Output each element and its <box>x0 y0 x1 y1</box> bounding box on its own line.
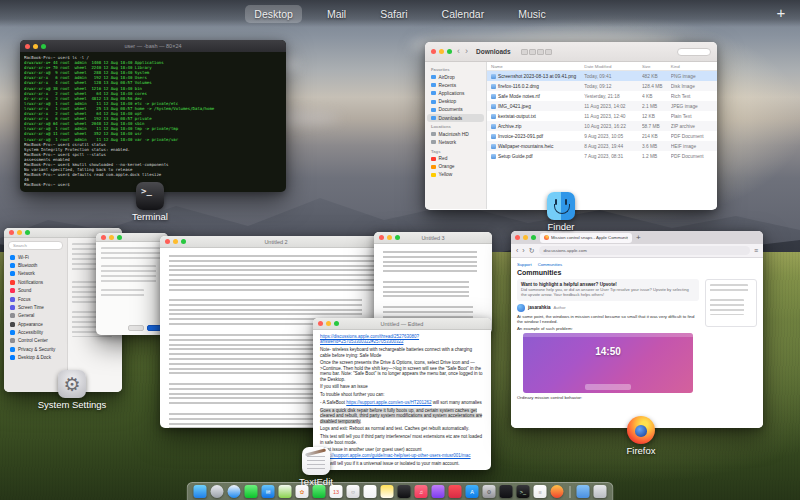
dock-photos-icon[interactable]: ✿ <box>296 485 309 498</box>
zoom-button[interactable] <box>447 49 452 54</box>
finder-file-row[interactable]: Wallpaper-mountains.heic8 Aug 2023, 19:4… <box>487 141 717 151</box>
dock-safari-icon[interactable] <box>228 485 241 498</box>
finder-file-row[interactable]: Screenshot 2023-08-13 at 09.41.pngToday,… <box>487 71 717 81</box>
finder-sidebar-item[interactable]: Network <box>425 138 486 146</box>
close-button[interactable] <box>165 239 170 244</box>
settings-sidebar-item[interactable]: Desktop & Dock <box>7 354 64 362</box>
back-icon[interactable]: ‹ <box>516 247 518 254</box>
minimize-button[interactable] <box>17 230 22 235</box>
textedit-app-icon[interactable] <box>302 447 330 475</box>
close-button[interactable] <box>431 49 436 54</box>
finder-app-icon[interactable] <box>547 192 575 220</box>
dock-maps-icon[interactable] <box>279 485 292 498</box>
settings-sidebar-item[interactable]: Appearance <box>7 320 64 328</box>
window-controls[interactable] <box>9 230 30 235</box>
finder-sidebar-item[interactable]: Downloads <box>427 114 484 122</box>
minimize-button[interactable] <box>387 235 392 240</box>
settings-sidebar-item[interactable]: Control Center <box>7 337 64 345</box>
new-tab-button[interactable]: + <box>636 234 641 242</box>
dock-app-store-icon[interactable]: A <box>466 485 479 498</box>
dock-finder-icon[interactable] <box>194 485 207 498</box>
textedit-app-badge[interactable]: TextEdit <box>284 447 348 487</box>
address-bar[interactable]: discussions.apple.com <box>539 246 750 255</box>
dock-contacts-icon[interactable]: ☺ <box>347 485 360 498</box>
firefox-app-badge[interactable]: Firefox <box>609 416 673 456</box>
reload-icon[interactable]: ↻ <box>529 247 535 254</box>
dock-facetime-icon[interactable] <box>313 485 326 498</box>
window-controls[interactable] <box>515 235 536 240</box>
settings-sidebar-item[interactable]: Bluetooth <box>7 261 64 269</box>
space-safari[interactable]: Safari <box>371 5 416 23</box>
settings-detail-window[interactable] <box>96 233 168 335</box>
settings-sidebar-item[interactable]: Wi-Fi <box>7 253 64 261</box>
terminal-window[interactable]: user — -bash — 80×24 MacBook-Pro:~ user$… <box>20 40 286 192</box>
finder-file-row[interactable]: Safe Mode notes.rtfYesterday, 21:184 KBR… <box>487 91 717 101</box>
back-icon[interactable]: ‹ <box>457 47 460 56</box>
dock-firefox-icon[interactable] <box>551 485 564 498</box>
textedit-link[interactable]: https://discussions.apple.com/thread/252… <box>320 334 419 344</box>
settings-sidebar-item[interactable]: Accessibility <box>7 328 64 336</box>
embedded-screenshot[interactable]: 14:50 <box>523 333 692 393</box>
minimize-button[interactable] <box>326 321 331 326</box>
finder-sidebar-item[interactable]: Applications <box>425 89 486 97</box>
finder-column-header[interactable]: Name <box>491 64 584 69</box>
settings-sidebar-item[interactable]: Privacy & Security <box>7 345 64 353</box>
finder-file-row[interactable]: kextstat-output.txt11 Aug 2023, 12:4012 … <box>487 111 717 121</box>
close-button[interactable] <box>379 235 384 240</box>
settings-sidebar-item[interactable]: General <box>7 312 64 320</box>
finder-sidebar-item[interactable]: Recents <box>425 81 486 89</box>
finder-sidebar-item[interactable]: Yellow <box>425 171 486 179</box>
zoom-button[interactable] <box>41 44 46 49</box>
finder-window[interactable]: ‹ › Downloads FavoritesAirDropRecentsApp… <box>425 42 717 210</box>
settings-sidebar-item[interactable]: Focus <box>7 295 64 303</box>
forward-icon[interactable]: › <box>522 247 524 254</box>
zoom-button[interactable] <box>395 235 400 240</box>
close-button[interactable] <box>101 235 106 240</box>
close-button[interactable] <box>9 230 14 235</box>
space-music[interactable]: Music <box>509 5 554 23</box>
search-field[interactable] <box>677 48 711 56</box>
close-button[interactable] <box>25 44 30 49</box>
view-switcher[interactable] <box>521 49 552 55</box>
window-controls[interactable] <box>101 235 122 240</box>
nav-link[interactable]: Support <box>517 262 532 267</box>
system-settings-app-badge[interactable]: ⚙ System Settings <box>40 370 104 410</box>
finder-column-header[interactable]: Date Modified <box>584 64 642 69</box>
finder-column-header[interactable]: Kind <box>671 64 713 69</box>
finder-file-row[interactable]: Setup Guide.pdf7 Aug 2023, 08:311.2 MBPD… <box>487 151 717 161</box>
close-button[interactable] <box>515 235 520 240</box>
add-space-button[interactable]: + <box>772 4 790 22</box>
finder-file-row[interactable]: IMG_0421.jpeg11 Aug 2023, 14:022.1 MBJPE… <box>487 101 717 111</box>
finder-file-row[interactable]: Invoice-2023-091.pdf9 Aug 2023, 10:05214… <box>487 131 717 141</box>
dock-music-icon[interactable]: ♫ <box>415 485 428 498</box>
settings-sidebar-item[interactable]: Sound <box>7 287 64 295</box>
settings-sidebar-item[interactable]: Screen Time <box>7 303 64 311</box>
firefox-window[interactable]: Mission control snaps - Apple Community … <box>511 231 763 428</box>
minimize-button[interactable] <box>109 235 114 240</box>
window-controls[interactable] <box>318 321 339 326</box>
window-controls[interactable] <box>379 235 400 240</box>
finder-sidebar-item[interactable]: Red <box>425 155 486 163</box>
dock-tv-icon[interactable] <box>398 485 411 498</box>
firefox-app-icon[interactable] <box>627 416 655 444</box>
finder-file-row[interactable]: firefox-116.0.2.dmgToday, 09:12128.4 MBD… <box>487 81 717 91</box>
dock-calendar-icon[interactable]: 13 <box>330 485 343 498</box>
space-desktop[interactable]: Desktop <box>245 5 302 23</box>
window-controls[interactable] <box>431 49 452 54</box>
dock-podcasts-icon[interactable] <box>432 485 445 498</box>
terminal-app-badge[interactable]: >_ Terminal <box>118 182 182 222</box>
forward-icon[interactable]: › <box>465 47 468 56</box>
settings-sidebar-item[interactable]: Network <box>7 270 64 278</box>
minimize-button[interactable] <box>439 49 444 54</box>
finder-app-badge[interactable]: Finder <box>529 192 593 232</box>
window-controls[interactable] <box>165 239 186 244</box>
space-calendar[interactable]: Calendar <box>433 5 494 23</box>
finder-file-row[interactable]: Archive.zip10 Aug 2023, 16:2258.7 MBZIP … <box>487 121 717 131</box>
settings-search-field[interactable]: Search <box>8 241 63 250</box>
minimize-button[interactable] <box>523 235 528 240</box>
nav-link[interactable]: Communities <box>538 262 562 267</box>
finder-sidebar-item[interactable]: Orange <box>425 163 486 171</box>
cancel-button[interactable] <box>128 325 144 331</box>
dock-terminal-icon[interactable]: >_ <box>517 485 530 498</box>
finder-column-header[interactable]: Size <box>642 64 671 69</box>
